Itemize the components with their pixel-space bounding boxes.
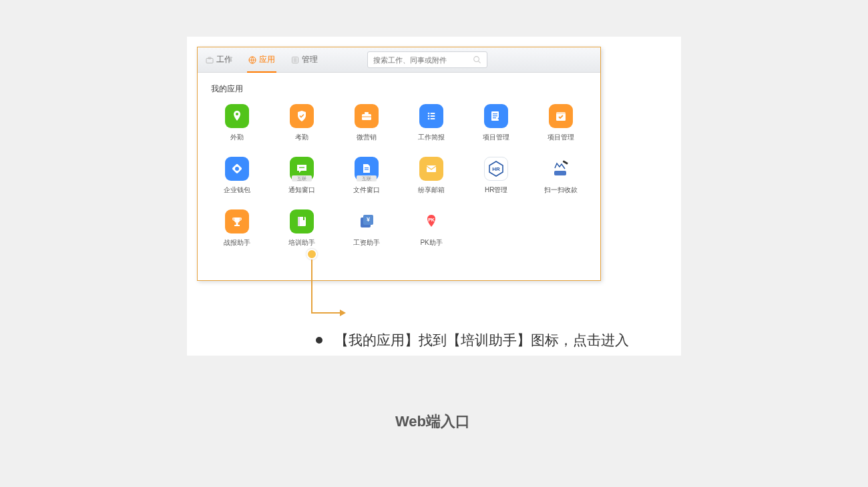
- tab-manage-label: 管理: [302, 54, 318, 65]
- app-label: 通知窗口: [288, 185, 315, 195]
- briefcase-icon: [355, 104, 379, 128]
- briefcase-icon: [206, 56, 214, 64]
- pin-icon: [225, 104, 249, 128]
- scan-icon: [549, 157, 573, 181]
- svg-rect-21: [493, 115, 497, 116]
- svg-rect-20: [493, 113, 497, 114]
- svg-rect-33: [554, 171, 566, 175]
- app-xiangmu2[interactable]: 项目管理: [539, 104, 583, 142]
- svg-rect-38: [298, 217, 300, 226]
- app-tongzhi[interactable]: 互联 通知窗口: [280, 157, 323, 195]
- app-label: 考勤: [295, 133, 308, 142]
- search-icon: [473, 55, 481, 64]
- svg-text:¥: ¥: [367, 216, 370, 223]
- svg-rect-27: [299, 167, 304, 168]
- app-wenjian[interactable]: 互联 文件窗口: [345, 157, 388, 195]
- app-gongzi[interactable]: ¥ 工资助手: [345, 209, 388, 248]
- list-icon: [419, 104, 443, 128]
- bullet-icon: [316, 337, 322, 344]
- svg-point-9: [236, 113, 238, 115]
- svg-rect-24: [556, 112, 566, 114]
- file-icon: 互联: [355, 157, 379, 181]
- mail-icon: [419, 157, 443, 181]
- svg-rect-0: [206, 58, 213, 63]
- tab-manage[interactable]: 管理: [291, 47, 318, 72]
- tab-work[interactable]: 工作: [206, 47, 232, 72]
- app-peixun[interactable]: 培训助手: [280, 209, 323, 248]
- svg-rect-36: [234, 225, 240, 226]
- app-label: 微营销: [357, 133, 377, 142]
- svg-rect-28: [365, 167, 369, 168]
- svg-point-17: [428, 118, 430, 120]
- app-label: 文件窗口: [353, 185, 380, 195]
- svg-text:PK: PK: [428, 217, 435, 222]
- panel-title: 我的应用: [211, 83, 587, 95]
- app-label: 培训助手: [288, 238, 315, 248]
- highlight-dot: [306, 249, 317, 260]
- svg-rect-29: [365, 169, 369, 170]
- app-label: 项目管理: [483, 133, 509, 142]
- svg-point-7: [474, 57, 479, 62]
- app-youxiang[interactable]: 纷享邮箱: [409, 157, 453, 195]
- search-box[interactable]: [367, 51, 487, 68]
- app-label: 企业钱包: [224, 185, 250, 195]
- svg-rect-35: [236, 223, 238, 225]
- app-qiyeqianbao[interactable]: 企业钱包: [215, 157, 258, 195]
- arrow-vertical: [311, 260, 312, 313]
- svg-text:HR: HR: [492, 166, 500, 172]
- arrow-head-icon: [340, 310, 346, 316]
- app-label: 战报助手: [224, 238, 250, 248]
- svg-line-8: [479, 61, 481, 63]
- slide-card: 工作 应用 管理 我的应用: [187, 37, 681, 356]
- app-label: PK助手: [420, 238, 442, 248]
- svg-point-26: [235, 167, 239, 171]
- app-xiangmu1[interactable]: 项目管理: [475, 104, 518, 142]
- svg-rect-22: [493, 117, 496, 118]
- badge: 互联: [357, 175, 377, 181]
- apps-panel: 我的应用 外勤 考勤: [198, 73, 600, 254]
- salary-icon: ¥: [355, 209, 379, 233]
- search-input[interactable]: [373, 56, 473, 64]
- app-label: 工资助手: [353, 238, 380, 248]
- svg-point-15: [428, 115, 430, 117]
- pk-icon: PK: [419, 209, 443, 233]
- app-label: 纷享邮箱: [418, 185, 445, 195]
- chat-icon: 互联: [290, 157, 314, 181]
- svg-rect-18: [431, 118, 435, 119]
- diamond-icon: [225, 157, 249, 181]
- app-label: 扫一扫收款: [544, 185, 578, 195]
- hr-icon: HR: [484, 157, 508, 181]
- apps-grid: 外勤 考勤 微营销: [211, 104, 587, 248]
- app-label: 工作简报: [418, 133, 445, 142]
- tab-apps-label: 应用: [259, 54, 275, 65]
- trophy-icon: [225, 209, 249, 233]
- window-topbar: 工作 应用 管理: [198, 47, 600, 73]
- svg-rect-39: [303, 217, 304, 220]
- app-window: 工作 应用 管理 我的应用: [197, 47, 601, 281]
- svg-rect-14: [431, 113, 435, 114]
- callout-text: 【我的应用】找到【培训助手】图标，点击进入: [335, 331, 629, 350]
- badge: 互联: [292, 175, 312, 181]
- checklist-icon: [484, 104, 508, 128]
- app-zhanbao[interactable]: 战报助手: [215, 209, 258, 248]
- app-kaoqin[interactable]: 考勤: [280, 104, 323, 142]
- book-icon: [290, 209, 314, 233]
- svg-rect-30: [427, 165, 436, 172]
- callout-line: 【我的应用】找到【培训助手】图标，点击进入: [316, 331, 629, 350]
- tab-apps[interactable]: 应用: [248, 47, 275, 72]
- arrow-horizontal: [311, 312, 341, 314]
- globe-icon: [248, 56, 256, 64]
- app-scan[interactable]: 扫一扫收款: [539, 157, 583, 195]
- app-hr[interactable]: HR HR管理: [475, 157, 518, 195]
- tab-work-label: 工作: [216, 54, 232, 65]
- app-label: 外勤: [230, 133, 244, 142]
- list-icon: [291, 56, 299, 64]
- svg-rect-12: [362, 117, 371, 117]
- page-caption: Web端入口: [395, 412, 470, 432]
- svg-rect-34: [563, 160, 568, 165]
- app-waiqin[interactable]: 外勤: [215, 104, 258, 142]
- app-label: HR管理: [485, 185, 507, 195]
- app-jianbao[interactable]: 工作简报: [409, 104, 453, 142]
- app-pk[interactable]: PK PK助手: [409, 209, 453, 248]
- app-weiyingxiao[interactable]: 微营销: [345, 104, 388, 142]
